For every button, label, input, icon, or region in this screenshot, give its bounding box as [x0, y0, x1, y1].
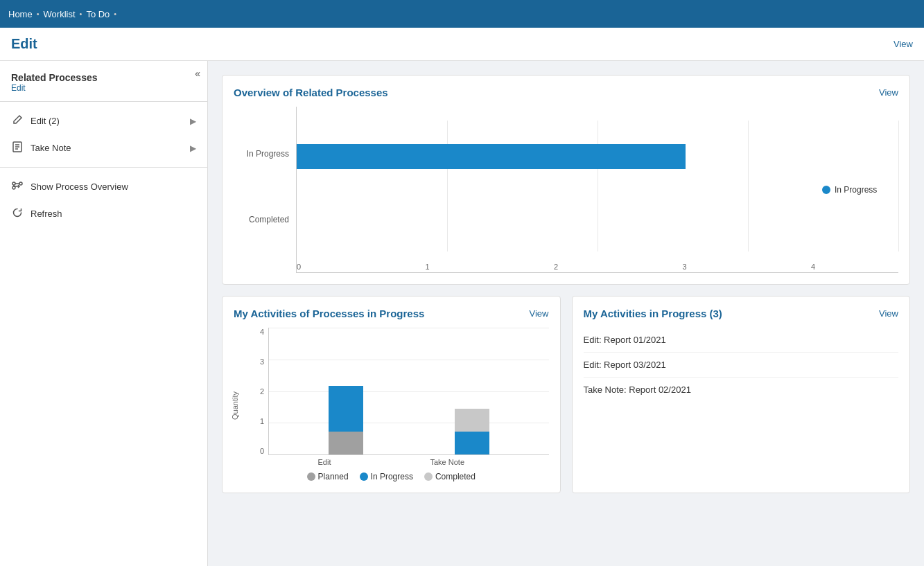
x-label-3: 3 [682, 263, 686, 271]
overview-legend: In Progress [822, 185, 898, 195]
y-label-completed: Completed [234, 215, 289, 224]
sidebar-divider [0, 101, 207, 102]
activities-chart-inner: 4 3 2 1 0 Quantity [234, 328, 549, 455]
take-note-bar-inprogress [455, 432, 489, 454]
show-process-overview-icon [11, 180, 24, 193]
sidebar-item-spo-left: Show Process Overview [11, 180, 128, 193]
layout: « Related Processes Edit Edit (2) ▶ [0, 61, 924, 566]
y-label-4: 4 [234, 328, 264, 336]
svg-point-5 [19, 182, 22, 185]
activities-x-labels: Edit Take Note [234, 455, 549, 466]
sidebar-item-edit-left: Edit (2) [11, 114, 60, 127]
title-bar: Edit View [0, 28, 924, 61]
overview-card: Overview of Related Processes View In Pr… [222, 75, 910, 285]
legend-completed-dot [424, 472, 433, 481]
sidebar-item-refresh-left: Refresh [11, 207, 62, 220]
list-item-3: Take Note: Report 02/2021 [584, 378, 899, 402]
overview-view-button[interactable]: View [879, 87, 898, 98]
sidebar-item-refresh[interactable]: Refresh [0, 200, 207, 227]
activities-legend: Planned In Progress Completed [234, 472, 549, 481]
legend-in-progress-label: In Progress [835, 185, 877, 195]
breadcrumb-home[interactable]: Home [8, 9, 33, 19]
title-view-button[interactable]: View [894, 39, 913, 49]
list-item-2: Edit: Report 03/2021 [584, 353, 899, 378]
x-label-1: 1 [425, 263, 429, 271]
activities-chart-header: My Activities of Processes in Progress V… [234, 308, 549, 319]
activities-chart-card: My Activities of Processes in Progress V… [222, 296, 561, 493]
page-title: Edit [11, 36, 37, 52]
legend-completed-act: Completed [424, 472, 476, 481]
sidebar-main-title: Related Processes [11, 72, 196, 83]
bottom-cards-row: My Activities of Processes in Progress V… [222, 296, 910, 493]
sidebar-item-edit-label: Edit (2) [30, 116, 60, 126]
quantity-label: Quantity [231, 391, 239, 420]
activities-list-card: My Activities in Progress (3) View Edit:… [572, 296, 911, 493]
overview-x-labels: 0 1 2 3 4 [297, 263, 815, 271]
edit-icon [11, 114, 24, 127]
list-item-1: Edit: Report 01/2021 [584, 328, 899, 353]
sidebar-item-take-note[interactable]: Take Note ▶ [0, 134, 207, 161]
overview-chart: In Progress Completed [234, 107, 898, 273]
activities-chart-area: 4 3 2 1 0 Quantity [234, 328, 549, 466]
main-content: Overview of Related Processes View In Pr… [208, 61, 924, 566]
sep2: • [80, 10, 82, 18]
legend-planned-label: Planned [318, 472, 349, 481]
y-label-3: 3 [234, 357, 264, 366]
activities-list-view-button[interactable]: View [879, 308, 898, 319]
overview-chart-plot: 0 1 2 3 4 In Progress [296, 107, 898, 273]
sep3: • [114, 10, 116, 18]
x-label-2: 2 [554, 263, 558, 271]
sidebar-item-spo-label: Show Process Overview [30, 182, 128, 192]
overview-bars [297, 121, 815, 251]
take-note-bar-group [453, 409, 491, 454]
svg-point-4 [12, 182, 15, 185]
legend-inprogress-dot [360, 472, 368, 481]
y-label-0-act: 0 [234, 447, 264, 455]
sidebar-item-take-note-label: Take Note [30, 143, 71, 153]
activities-list-title: My Activities in Progress (3) [584, 308, 722, 319]
breadcrumb-todo[interactable]: To Do [86, 9, 110, 19]
bar-in-progress [297, 144, 686, 169]
overview-y-axis: In Progress Completed [234, 107, 296, 273]
edit-bar-stack [329, 386, 363, 454]
x-label-4: 4 [811, 263, 815, 271]
sidebar-item-show-process-overview[interactable]: Show Process Overview [0, 173, 207, 200]
legend-planned: Planned [307, 472, 349, 481]
sidebar-collapse-button[interactable]: « [195, 68, 200, 79]
edit-bar-planned [329, 432, 363, 454]
edit-arrow-icon: ▶ [190, 116, 196, 126]
edit-bar-group [326, 386, 365, 454]
legend-completed-label: Completed [435, 472, 476, 481]
y-label-in-progress: In Progress [234, 149, 289, 159]
sep1: • [37, 10, 40, 18]
legend-in-progress-act: In Progress [360, 472, 413, 481]
bar-in-progress-row [297, 144, 815, 169]
take-note-arrow-icon: ▶ [190, 143, 196, 153]
x-label-take-note: Take Note [430, 458, 464, 466]
sidebar-title-section: Related Processes Edit [0, 61, 207, 96]
breadcrumb-worklist[interactable]: Worklist [44, 9, 76, 19]
grid-line-4 [898, 121, 899, 251]
overview-card-title: Overview of Related Processes [234, 87, 388, 98]
take-note-bar-completed [455, 409, 489, 432]
activities-plot [268, 328, 549, 455]
activities-chart-view-button[interactable]: View [530, 308, 549, 319]
bar-completed-row [297, 203, 815, 228]
legend-planned-dot [307, 472, 315, 481]
refresh-icon [11, 207, 24, 220]
sidebar-item-take-note-left: Take Note [11, 141, 71, 154]
bars-groups [269, 328, 549, 454]
legend-inprogress-label: In Progress [371, 472, 413, 481]
take-note-icon [11, 141, 24, 154]
activities-chart-title: My Activities of Processes in Progress [234, 308, 424, 319]
sidebar-item-refresh-label: Refresh [30, 209, 62, 219]
activities-list-header: My Activities in Progress (3) View [584, 308, 899, 319]
take-note-bar-stack [455, 409, 489, 454]
overview-card-header: Overview of Related Processes View [234, 87, 898, 98]
legend-in-progress-dot [822, 186, 830, 194]
sidebar-item-edit[interactable]: Edit (2) ▶ [0, 107, 207, 134]
top-bar: Home • Worklist • To Do • [0, 0, 924, 28]
x-label-0: 0 [297, 263, 301, 271]
activities-list: Edit: Report 01/2021 Edit: Report 03/202… [584, 328, 899, 402]
edit-bar-inprogress [329, 386, 363, 432]
